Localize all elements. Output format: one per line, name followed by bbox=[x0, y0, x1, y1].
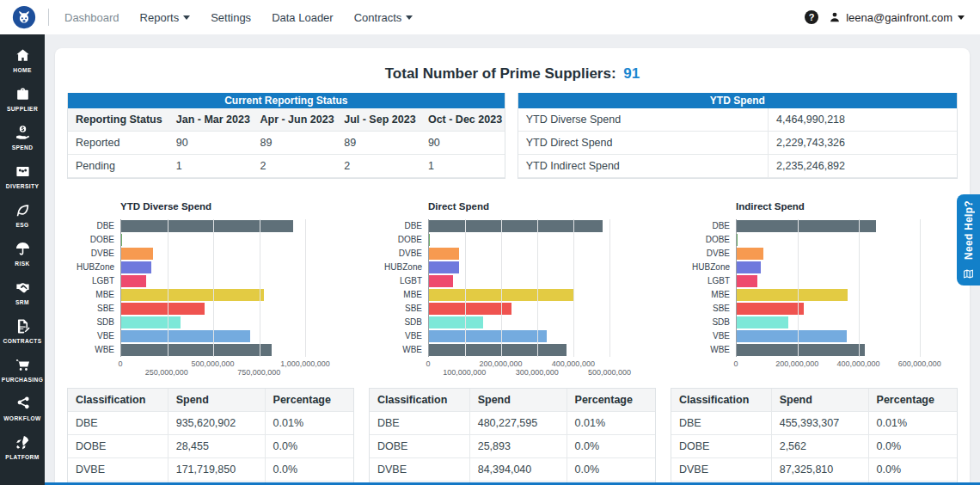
gridline bbox=[465, 219, 466, 357]
bar-lgbt bbox=[121, 275, 146, 287]
y-axis-label: DVBE bbox=[686, 247, 736, 261]
bar-dobe bbox=[737, 234, 738, 246]
ytd-spend-cell: YTD Diverse Spend bbox=[518, 108, 769, 132]
gridline bbox=[537, 219, 538, 357]
nav-item-reports[interactable]: Reports bbox=[140, 11, 191, 24]
reporting-status-cell: 2 bbox=[336, 155, 420, 178]
y-axis-labels: DBEDOBEDVBEHUBZoneLGBTMBESBESDBVBEWBE bbox=[378, 219, 428, 357]
classification-cell: 84,394,040 bbox=[469, 458, 567, 482]
bar-row bbox=[737, 233, 932, 247]
sidebar-item-purchasing[interactable]: PURCHASING bbox=[0, 354, 45, 385]
y-axis-label: LGBT bbox=[686, 274, 736, 288]
x-axis-tick-label: 0 bbox=[118, 359, 122, 368]
plot-area bbox=[428, 219, 624, 357]
reporting-status-cell: Reported bbox=[68, 132, 168, 155]
sidebar-item-diversity[interactable]: DIVERSITY bbox=[0, 161, 45, 192]
gridline bbox=[501, 219, 502, 357]
sidebar-item-esg[interactable]: ESG bbox=[0, 200, 45, 230]
y-axis-label: DVBE bbox=[70, 247, 120, 261]
classification-cell: DBE bbox=[370, 412, 469, 435]
bar-dobe bbox=[121, 234, 122, 246]
ytd-spend-cell: YTD Indirect Spend bbox=[518, 155, 769, 178]
sidebar-item-label: HOME bbox=[13, 67, 31, 73]
bar-row bbox=[737, 316, 932, 329]
reporting-status-table-title: Current Reporting Status bbox=[68, 93, 505, 108]
classification-col-header: Classification bbox=[671, 389, 771, 412]
nav-item-label: Reports bbox=[140, 11, 180, 24]
bar-row bbox=[737, 288, 932, 302]
help-icon[interactable]: ? bbox=[805, 10, 818, 24]
contract-icon bbox=[15, 318, 31, 335]
sidebar-item-srm[interactable]: SRM bbox=[0, 277, 45, 308]
bar-row bbox=[737, 329, 932, 343]
classification-col-header: Classification bbox=[68, 389, 168, 412]
plot-area bbox=[120, 219, 316, 357]
sidebar-item-workflow[interactable]: WORKFLOW bbox=[0, 393, 45, 424]
bar-dbe bbox=[429, 220, 603, 232]
classification-cell: 480,227,595 bbox=[469, 412, 567, 435]
classification-cell: DVBE bbox=[370, 458, 469, 482]
user-menu[interactable]: leena@gainfront.com bbox=[829, 11, 965, 24]
bar-row bbox=[121, 274, 316, 288]
classification-cell: 0.0% bbox=[567, 435, 655, 458]
bar-lgbt bbox=[737, 275, 757, 287]
bar-dvbe bbox=[429, 248, 459, 260]
gridline bbox=[213, 219, 214, 357]
bar-row bbox=[121, 302, 316, 316]
need-help-tab[interactable]: Need Help? bbox=[957, 194, 980, 285]
nav-item-settings[interactable]: Settings bbox=[211, 11, 251, 24]
sidebar-item-supplier[interactable]: SUPPLIER bbox=[0, 83, 45, 114]
reporting-status-cell: Pending bbox=[68, 155, 168, 178]
reporting-status-cell: 89 bbox=[252, 132, 336, 155]
bar-mbe bbox=[737, 289, 848, 301]
hand-dollar-icon bbox=[15, 125, 31, 141]
bar-row bbox=[737, 343, 932, 357]
logo-divider bbox=[48, 9, 49, 26]
sidebar-item-label: ESG bbox=[15, 222, 28, 228]
bar-mbe bbox=[121, 289, 264, 301]
y-axis-label: DOBE bbox=[70, 233, 120, 247]
y-axis-label: MBE bbox=[686, 288, 736, 302]
reporting-status-col-header: Jan - Mar 2023 bbox=[168, 108, 253, 132]
nav-item-dashboard[interactable]: Dashboard bbox=[64, 11, 119, 24]
x-axis-tick-label: 750,000,000 bbox=[237, 368, 280, 377]
gridline bbox=[573, 219, 574, 357]
y-axis-labels: DBEDOBEDVBEHUBZoneLGBTMBESBESDBVBEWBE bbox=[70, 219, 120, 357]
reporting-status-cell: 1 bbox=[168, 155, 253, 178]
sidebar-item-home[interactable]: HOME bbox=[0, 45, 45, 76]
x-axis-tick-label: 500,000,000 bbox=[192, 359, 235, 368]
ytd-spend-cell: YTD Direct Spend bbox=[518, 132, 769, 155]
sidebar-item-contracts[interactable]: CONTRACTS bbox=[0, 316, 45, 347]
bar-row bbox=[429, 274, 624, 288]
nav-item-contracts[interactable]: Contracts bbox=[354, 11, 413, 24]
x-axis-tick-label: 100,000,000 bbox=[443, 368, 486, 377]
bar-sdb bbox=[737, 316, 788, 328]
bar-row bbox=[121, 316, 316, 329]
reporting-status-header-row: Reporting StatusJan - Mar 2023Apr - Jun … bbox=[68, 108, 505, 132]
classification-cell: DOBE bbox=[68, 435, 168, 458]
sidebar-item-spend[interactable]: SPEND bbox=[0, 122, 45, 153]
classification-cell: 0.0% bbox=[868, 435, 957, 458]
gridline bbox=[798, 219, 799, 357]
need-help-label: Need Help? bbox=[963, 200, 975, 260]
y-axis-label: SDB bbox=[70, 316, 120, 329]
gainfront-logo[interactable] bbox=[12, 5, 36, 29]
y-axis-label: LGBT bbox=[378, 274, 428, 288]
y-axis-label: SBE bbox=[378, 302, 428, 316]
chart-title: Direct Spend bbox=[428, 201, 624, 212]
sidebar-item-risk[interactable]: RISK bbox=[0, 238, 45, 269]
classification-cell: 0.0% bbox=[567, 458, 655, 482]
y-axis-label: DOBE bbox=[378, 233, 428, 247]
page-title-text: Total Number of Prime Suppliers: bbox=[385, 65, 616, 82]
classification-row: DVBE87,325,8100.0% bbox=[671, 458, 957, 482]
bar-vbe bbox=[737, 330, 847, 342]
bar-sdb bbox=[429, 316, 483, 328]
nav-item-label: Dashboard bbox=[64, 11, 119, 24]
y-axis-label: HUBZone bbox=[378, 261, 428, 274]
sidebar-item-platform[interactable]: PLATFORM bbox=[0, 432, 45, 463]
main-content: Total Number of Prime Suppliers: 91 Curr… bbox=[45, 34, 980, 485]
nav-item-data-loader[interactable]: Data Loader bbox=[272, 11, 334, 24]
reporting-status-cell: 90 bbox=[168, 132, 253, 155]
classification-cell: 171,719,850 bbox=[168, 458, 265, 482]
rocket-icon bbox=[15, 434, 31, 451]
